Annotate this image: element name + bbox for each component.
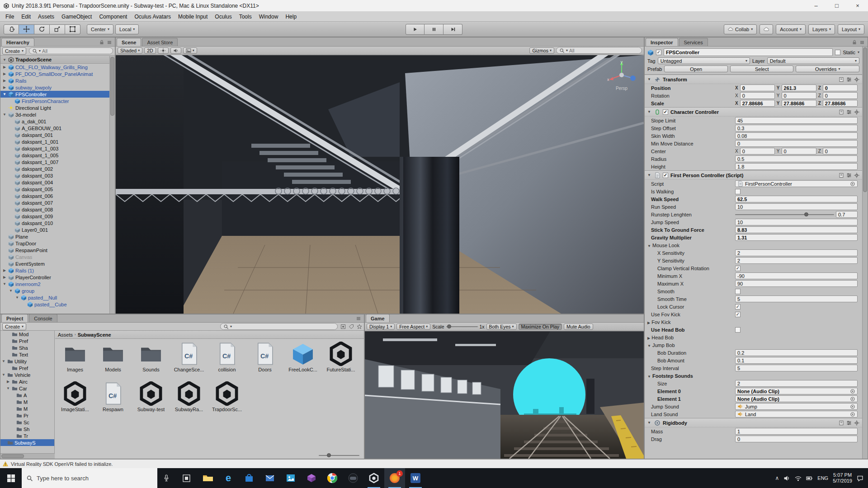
value-field[interactable]: 0.1 bbox=[735, 357, 858, 364]
project-folder-m[interactable]: M bbox=[0, 405, 54, 412]
hierarchy-item-a-dak-001[interactable]: a_dak_001 bbox=[0, 118, 109, 125]
unity-icon[interactable] bbox=[363, 468, 384, 488]
project-folder-vehicle[interactable]: ▼Vehicle bbox=[0, 371, 54, 378]
perspective-label[interactable]: Persp bbox=[606, 86, 637, 91]
menu-tools[interactable]: Tools bbox=[236, 12, 255, 22]
search-filter-icon[interactable]: ▾ bbox=[230, 325, 232, 328]
object-picker-icon[interactable] bbox=[850, 404, 855, 409]
presets-icon[interactable] bbox=[846, 77, 852, 82]
y-value-field[interactable]: 27.88686 bbox=[782, 100, 816, 107]
hierarchy-item-subway-lowpoly[interactable]: ▶subway_lowpoly bbox=[0, 84, 109, 91]
asset-trapdoorsc[interactable]: TrapdoorSc... bbox=[208, 381, 246, 421]
project-folder-sc[interactable]: Sc bbox=[0, 419, 54, 426]
enabled-checkbox[interactable]: ✓ bbox=[663, 109, 668, 115]
tab-services[interactable]: Services bbox=[679, 38, 708, 46]
project-folder-tr[interactable]: Tr bbox=[0, 432, 54, 439]
project-folder-text[interactable]: Text bbox=[0, 351, 54, 358]
battery-icon[interactable] bbox=[806, 475, 813, 482]
tab-asset-store[interactable]: Asset Store bbox=[142, 38, 178, 46]
prefab-open-button[interactable]: Open bbox=[664, 66, 728, 72]
rotate-tool-button[interactable] bbox=[34, 24, 50, 34]
display-dropdown[interactable]: Display 1▾ bbox=[367, 324, 395, 330]
tab-project[interactable]: Project bbox=[1, 314, 28, 322]
project-folder-sh[interactable]: Sh bbox=[0, 426, 54, 432]
object-picker-icon[interactable] bbox=[850, 389, 855, 394]
help-icon[interactable] bbox=[839, 173, 844, 178]
hierarchy-item-dakspant-004[interactable]: dakspant_004 bbox=[0, 179, 109, 186]
value-field[interactable]: 0 bbox=[735, 436, 858, 442]
value-field[interactable]: 45 bbox=[735, 117, 858, 124]
menu-file[interactable]: File bbox=[2, 12, 18, 22]
hierarchy-item-dakspant-009[interactable]: dakspant_009 bbox=[0, 213, 109, 220]
hierarchy-item-dakspant-003[interactable]: dakspant_003 bbox=[0, 172, 109, 179]
value-field[interactable]: 0.2 bbox=[735, 349, 858, 356]
gear-icon[interactable] bbox=[854, 109, 859, 115]
value-field[interactable]: 90 bbox=[735, 280, 858, 287]
step-button[interactable] bbox=[443, 24, 462, 35]
hierarchy-item-pasted-cube[interactable]: pasted__Cube bbox=[0, 301, 109, 308]
project-folder-utility[interactable]: ▼Utility bbox=[0, 358, 54, 365]
value-field[interactable]: -90 bbox=[735, 272, 858, 279]
slider-thumb[interactable] bbox=[804, 212, 808, 216]
taskbar-search-input[interactable]: Type here to search bbox=[22, 468, 157, 488]
start-button[interactable] bbox=[0, 468, 22, 488]
foldout-icon[interactable]: ▼ bbox=[647, 77, 652, 81]
network-icon[interactable] bbox=[795, 475, 802, 482]
hierarchy-item-respawnpoint[interactable]: RespawnPoint bbox=[0, 247, 109, 253]
object-field[interactable]: None (Audio Clip) bbox=[735, 395, 858, 402]
menu-mobile-input[interactable]: Mobile Input bbox=[175, 12, 211, 22]
search-filter-icon[interactable]: ▾ bbox=[39, 49, 41, 53]
notification-center-icon[interactable] bbox=[857, 475, 863, 482]
scene-viewport[interactable]: y x Persp bbox=[116, 55, 644, 314]
hierarchy-item-dakspant-1-003[interactable]: dakspant_1_003 bbox=[0, 145, 109, 152]
asset-subwayra[interactable]: SubwayRa... bbox=[170, 381, 208, 421]
help-icon[interactable] bbox=[839, 77, 844, 82]
asset-images[interactable]: Images bbox=[56, 342, 94, 381]
foldout-footstep-sounds[interactable]: ▼ Footstep Sounds bbox=[645, 373, 735, 379]
hierarchy-item-group[interactable]: ▼group bbox=[0, 287, 109, 294]
project-folder-pr[interactable]: Pr bbox=[0, 412, 54, 419]
pivot-button[interactable]: Center▾ bbox=[87, 24, 113, 34]
store-icon[interactable] bbox=[239, 468, 259, 488]
hierarchy-scrollbar[interactable] bbox=[109, 56, 115, 314]
speaker-icon[interactable] bbox=[783, 475, 790, 482]
status-bar[interactable]: Virtual Reality SDK OpenVR failed to ini… bbox=[0, 459, 868, 468]
tray-chevron-icon[interactable]: ∧ bbox=[775, 475, 779, 481]
mute-audio-toggle[interactable]: Mute Audio bbox=[564, 324, 593, 330]
hierarchy-item-dakspant-1-007[interactable]: dakspant_1_007 bbox=[0, 159, 109, 165]
value-field[interactable]: 10 bbox=[735, 203, 858, 210]
tab-console[interactable]: Console bbox=[29, 314, 57, 322]
lighting-toggle-button[interactable] bbox=[158, 47, 169, 54]
project-folder-airc[interactable]: ▶Airc bbox=[0, 378, 54, 385]
maximize-on-play-toggle[interactable]: Maximize On Play bbox=[519, 324, 562, 330]
maximize-button[interactable]: □ bbox=[826, 0, 847, 11]
project-search-input[interactable]: ▾ bbox=[220, 323, 338, 330]
panel-menu-icon[interactable] bbox=[356, 316, 361, 321]
hierarchy-item-a-gebouw-001[interactable]: A_GEBOUW_001 bbox=[0, 125, 109, 131]
search-filter-icon[interactable]: ▾ bbox=[566, 49, 568, 52]
asset-changesce[interactable]: C#ChangeSce... bbox=[170, 342, 208, 381]
foldout-fov-kick[interactable]: ▶ Fov Kick bbox=[645, 319, 735, 325]
cortana-mic-button[interactable] bbox=[157, 468, 175, 488]
presets-icon[interactable] bbox=[846, 420, 852, 426]
value-field[interactable]: 1 bbox=[735, 428, 858, 435]
hierarchy-item-dakspant-005[interactable]: dakspant_005 bbox=[0, 186, 109, 192]
panel-menu-icon[interactable] bbox=[859, 40, 865, 45]
hierarchy-scene-row[interactable]: ▼TrapdoorScene bbox=[0, 56, 109, 64]
chrome-icon[interactable] bbox=[322, 468, 343, 488]
hierarchy-item-3d-model[interactable]: ▼3d-model bbox=[0, 111, 109, 118]
y-value-field[interactable]: 261.3 bbox=[782, 84, 816, 91]
value-field[interactable]: 10 bbox=[735, 219, 858, 225]
foldout-icon[interactable]: ▶ bbox=[2, 72, 7, 76]
move-tool-button[interactable] bbox=[19, 24, 34, 34]
foldout-icon[interactable]: ▶ bbox=[2, 79, 7, 83]
scale-slider[interactable] bbox=[446, 326, 478, 327]
object-field[interactable]: Land bbox=[735, 411, 858, 418]
gameobject-name-field[interactable]: FPSController bbox=[664, 48, 833, 56]
hierarchy-item-pf-doo-smalldoor-panelanimat[interactable]: ▶PF_DOO_SmallDoor_PanelAnimat bbox=[0, 70, 109, 77]
word-icon[interactable]: W bbox=[405, 468, 426, 488]
z-value-field[interactable]: 0 bbox=[823, 84, 858, 91]
hierarchy-item-trapdoor[interactable]: TrapDoor bbox=[0, 240, 109, 247]
x-value-field[interactable]: 0 bbox=[740, 148, 775, 155]
lock-icon[interactable] bbox=[852, 40, 857, 45]
